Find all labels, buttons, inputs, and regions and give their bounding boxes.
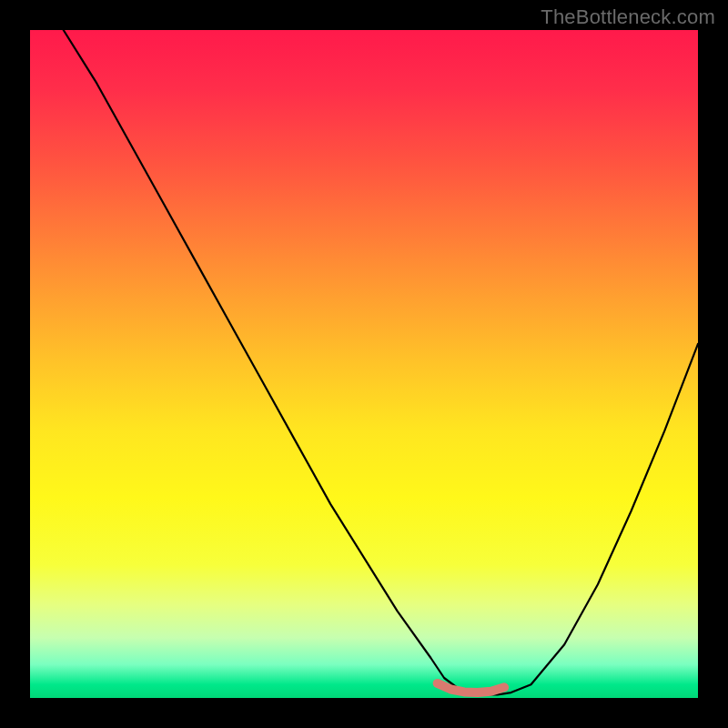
watermark-text: TheBottleneck.com [541,5,715,29]
chart-frame: TheBottleneck.com [0,0,728,728]
highlight-segment [438,683,504,693]
curve-svg [30,30,698,698]
bottleneck-curve [64,30,698,694]
plot-area [30,30,698,698]
